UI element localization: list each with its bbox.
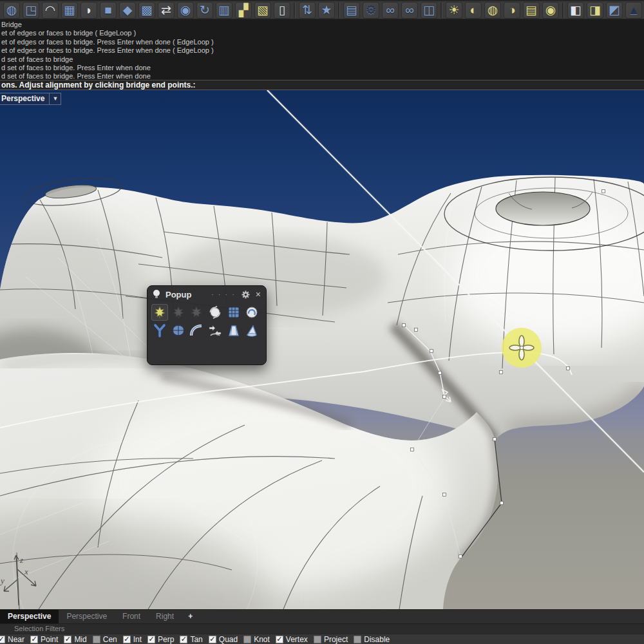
subd-box-icon[interactable]: ■ <box>100 2 117 19</box>
xray-cube-icon[interactable]: ◩ <box>606 2 623 19</box>
filter-label: Knot <box>254 635 270 644</box>
subd-lattice-icon[interactable]: ▩ <box>138 2 155 19</box>
checkbox-int[interactable]: ✓ <box>123 636 131 643</box>
quadball-icon[interactable] <box>170 322 187 339</box>
filter-label: Tan <box>190 635 202 644</box>
filter-label: Near <box>8 635 24 644</box>
chain-link-icon[interactable]: ∞ <box>382 2 399 19</box>
filter-point[interactable]: ✓Point <box>30 635 58 644</box>
subd-sphere-icon[interactable]: ◍ <box>3 2 20 19</box>
subd-box-corner-icon[interactable]: ◳ <box>23 2 39 19</box>
gear-icon[interactable] <box>241 290 251 299</box>
quad-remesh-icon[interactable]: ▤ <box>343 2 360 19</box>
command-history-line: et of edges or faces to bridge. Press En… <box>1 46 644 55</box>
settings-wrench-icon[interactable]: ⚙ <box>363 2 379 19</box>
spotlight-sphere-icon[interactable]: ☀ <box>446 2 462 19</box>
checkbox-project[interactable] <box>314 636 321 643</box>
multipipe-icon[interactable] <box>151 322 168 339</box>
spotlight-box-icon[interactable]: ◑ <box>504 2 520 19</box>
render-globe-icon[interactable]: ◉ <box>542 2 559 19</box>
spotlight-globe-icon[interactable]: ◍ <box>484 2 501 19</box>
chain-link-icon-glyph: ∞ <box>386 4 395 16</box>
filter-label: Vertex <box>286 635 308 644</box>
checkbox-perp[interactable]: ✓ <box>147 636 155 643</box>
viewport-canvas[interactable]: z x y <box>0 90 644 609</box>
subd-append-icon-glyph: ▞ <box>239 4 249 16</box>
subd-from-mesh-icon[interactable] <box>225 304 242 321</box>
render-cone-icon[interactable]: ▲ <box>625 2 642 19</box>
filter-int[interactable]: ✓Int <box>123 635 142 644</box>
filter-vertex[interactable]: ✓Vertex <box>276 635 308 644</box>
spotlight-plane-icon[interactable]: ◐ <box>465 2 482 19</box>
subd-offset-icon[interactable]: ◗ <box>80 2 97 19</box>
viewport-title-label[interactable]: Perspective <box>0 93 50 105</box>
checkbox-cen[interactable] <box>93 636 100 643</box>
subd-rotate-icon[interactable]: ↻ <box>196 2 213 19</box>
cube-pair-icon-glyph: ◫ <box>423 4 435 16</box>
rotate-sphere-icon[interactable] <box>207 304 223 321</box>
checkbox-tan[interactable]: ✓ <box>180 636 187 643</box>
subd-fill-icon[interactable]: ▧ <box>254 2 271 19</box>
command-prompt[interactable]: ons. Adjust alignment by clicking bridge… <box>0 80 644 90</box>
chain-link-alt-icon[interactable]: ∞ <box>401 2 418 19</box>
offset-subd-icon[interactable] <box>243 304 260 321</box>
viewport[interactable]: Perspective ▼ <box>0 90 644 609</box>
blend-edge-icon[interactable] <box>188 322 205 339</box>
filter-disable[interactable]: Disable <box>354 635 390 644</box>
filter-quad[interactable]: ✓Quad <box>209 635 238 644</box>
filter-label: Cen <box>103 635 117 644</box>
filter-project[interactable]: Project <box>314 635 348 644</box>
subd-leaf-active-icon[interactable] <box>151 304 168 321</box>
checkbox-mid[interactable]: ✓ <box>64 636 71 643</box>
popup-toolbar[interactable]: Popup · · · · × <box>147 285 267 365</box>
subd-match-icon-glyph: ▥ <box>218 4 230 16</box>
settings-wrench-icon-glyph: ⚙ <box>365 4 376 16</box>
checkbox-point[interactable]: ✓ <box>30 636 38 643</box>
popup-titlebar[interactable]: Popup · · · · × <box>147 286 266 303</box>
checkbox-vertex[interactable]: ✓ <box>276 636 283 643</box>
ghosted-cube-icon[interactable]: ◨ <box>587 2 603 19</box>
subd-leaf-remove-icon[interactable] <box>188 304 205 321</box>
quad-ball-icon[interactable]: ◉ <box>177 2 194 19</box>
viewport-tab-perspective[interactable]: Perspective <box>59 610 115 624</box>
subd-leaf-crease-icon[interactable] <box>170 304 187 321</box>
cube-pair-icon[interactable]: ◫ <box>421 2 437 19</box>
filter-near[interactable]: ✓Near <box>0 635 24 644</box>
subd-bend-icon[interactable]: ◠ <box>42 2 59 19</box>
popup-drag-handle[interactable]: · · · · <box>211 290 236 298</box>
add-viewport-tab-button[interactable]: + <box>182 610 199 624</box>
spotlight-sphere-icon-glyph: ☀ <box>448 4 459 16</box>
filter-perp[interactable]: ✓Perp <box>147 635 174 644</box>
viewport-tab-front[interactable]: Front <box>115 610 148 624</box>
subd-lattice-icon-glyph: ▩ <box>141 4 153 16</box>
layer-stack-icon[interactable]: ▤ <box>523 2 540 19</box>
filter-tan[interactable]: ✓Tan <box>180 635 202 644</box>
bridge-tool-icon[interactable] <box>207 322 223 339</box>
viewport-tab-right[interactable]: Right <box>148 610 182 624</box>
inset-subd-icon[interactable] <box>243 322 260 339</box>
command-history[interactable]: Bridgeet of edges or faces to bridge ( E… <box>0 19 644 80</box>
filter-mid[interactable]: ✓Mid <box>64 635 86 644</box>
layer-stack-icon-glyph: ▤ <box>526 4 537 16</box>
checkbox-disable[interactable] <box>354 636 361 643</box>
checkbox-knot[interactable] <box>243 636 251 643</box>
subd-hex-icon[interactable]: ◆ <box>119 2 136 19</box>
checkbox-near[interactable]: ✓ <box>0 636 5 643</box>
selection-filters-header[interactable]: Selection Filters <box>0 623 644 634</box>
filter-knot[interactable]: Knot <box>243 635 270 644</box>
checkbox-quad[interactable]: ✓ <box>209 636 216 643</box>
subd-star-icon[interactable]: ★ <box>318 2 335 19</box>
shaded-cube-icon[interactable]: ◧ <box>567 2 584 19</box>
symmetry-icon[interactable]: ⇅ <box>299 2 316 19</box>
close-icon[interactable]: × <box>256 290 261 299</box>
extrude-subd-icon[interactable] <box>225 322 242 339</box>
subd-plane-icon[interactable]: ▦ <box>61 2 78 19</box>
subd-trash-icon[interactable]: ▯ <box>274 2 290 19</box>
subd-match-icon[interactable]: ▥ <box>216 2 232 19</box>
subd-bridge-icon[interactable]: ⇄ <box>158 2 175 19</box>
viewport-title-dropdown[interactable]: ▼ <box>50 93 61 105</box>
viewport-title[interactable]: Perspective ▼ <box>0 93 61 105</box>
filter-cen[interactable]: Cen <box>93 635 117 644</box>
subd-append-icon[interactable]: ▞ <box>235 2 252 19</box>
viewport-tab-perspective[interactable]: Perspective <box>0 610 59 624</box>
